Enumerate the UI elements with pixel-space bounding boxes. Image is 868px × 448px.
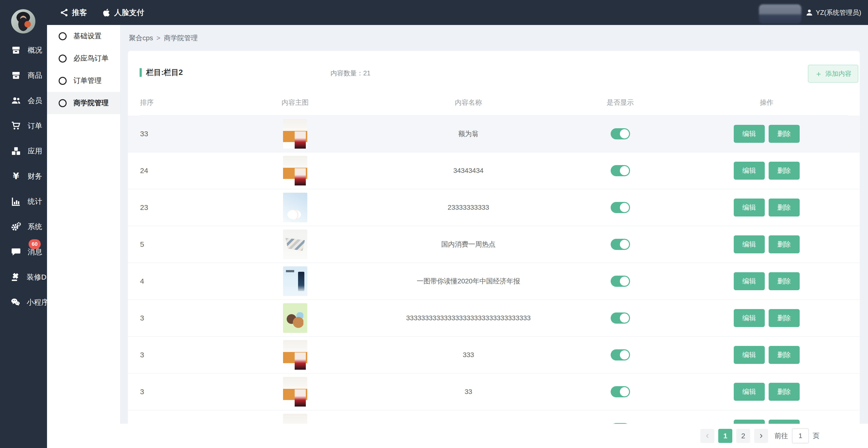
flower-photo-thumbnail xyxy=(283,193,307,222)
table-row: 23 23333333333 编辑 删除 xyxy=(128,189,860,226)
sidebar-item-商品[interactable]: 商品 xyxy=(0,63,47,88)
sidebar-item-财务[interactable]: ¥财务 xyxy=(0,163,47,189)
fashion-collage-thumbnail xyxy=(283,119,307,149)
sidebar-item-label: 订单 xyxy=(28,121,42,131)
submenu-item-label: 必应鸟订单 xyxy=(73,54,108,63)
diy-gavel-icon xyxy=(11,272,20,282)
finance-yen-icon: ¥ xyxy=(11,171,21,181)
user-label: YZ(系统管理员) xyxy=(816,8,861,17)
visibility-toggle[interactable] xyxy=(611,128,630,140)
submenu-item-商学院管理[interactable]: 商学院管理 xyxy=(47,92,120,114)
page-unit-label: 页 xyxy=(813,431,819,441)
goto-page-input[interactable] xyxy=(792,428,809,443)
visibility-toggle[interactable] xyxy=(611,312,630,324)
system-gears-icon xyxy=(11,222,21,232)
members-icon xyxy=(11,96,21,106)
apps-cubes-icon xyxy=(11,146,21,156)
title-accent-bar xyxy=(140,68,142,77)
sidebar-item-订单[interactable]: 订单 xyxy=(0,113,47,139)
edit-button[interactable]: 编辑 xyxy=(734,125,765,143)
sidebar-item-label: 系统 xyxy=(28,222,42,232)
card-header: 栏目:栏目2 内容数量：21 ＋ 添加内容 xyxy=(128,51,860,90)
column-header-操作: 操作 xyxy=(760,98,774,107)
table-row: 3 33 编辑 删除 xyxy=(128,374,860,411)
cartoon-snail-thumbnail xyxy=(283,303,307,333)
edit-button[interactable]: 编辑 xyxy=(734,199,765,216)
submenu-item-订单管理[interactable]: 订单管理 xyxy=(47,69,120,92)
breadcrumb-item: 商学院管理 xyxy=(164,33,198,43)
delete-button[interactable]: 删除 xyxy=(769,235,800,253)
delete-button[interactable]: 删除 xyxy=(769,383,800,401)
user-menu[interactable]: YZ(系统管理员) xyxy=(805,8,861,17)
column-header-内容名称: 内容名称 xyxy=(455,98,482,107)
page-button-1[interactable]: 1 xyxy=(718,429,732,443)
overview-box-icon xyxy=(11,45,21,55)
toggle-knob xyxy=(620,203,629,212)
delete-button[interactable]: 删除 xyxy=(769,162,800,180)
edit-button[interactable]: 编辑 xyxy=(734,309,765,327)
submenu-item-必应鸟订单[interactable]: 必应鸟订单 xyxy=(47,47,120,69)
content-card: 栏目:栏目2 内容数量：21 ＋ 添加内容 排序内容主图内容名称是否显示操作 3… xyxy=(128,51,860,448)
next-page-button[interactable]: › xyxy=(754,429,768,443)
sidebar: 概况商品会员订单应用¥财务统计系统消息60装修DIY小程序 xyxy=(0,0,47,448)
delete-button[interactable]: 删除 xyxy=(769,346,800,364)
toggle-knob xyxy=(620,129,629,139)
avatar[interactable] xyxy=(11,9,35,33)
page-button-2[interactable]: 2 xyxy=(736,429,750,443)
visibility-toggle[interactable] xyxy=(611,349,630,360)
visibility-toggle[interactable] xyxy=(611,165,630,176)
content-count-label: 内容数量： xyxy=(331,69,363,77)
row-sort-value: 4 xyxy=(140,277,209,285)
sidebar-item-小程序[interactable]: 小程序 xyxy=(0,290,47,315)
toggle-knob xyxy=(620,313,629,323)
topbar-menu: 推客人脸支付 xyxy=(60,0,144,25)
sidebar-item-消息[interactable]: 消息60 xyxy=(0,239,47,265)
sidebar-item-label: 商品 xyxy=(28,70,42,81)
share-icon xyxy=(60,8,69,17)
sidebar-item-应用[interactable]: 应用 xyxy=(0,139,47,163)
sidebar-item-装修DIY[interactable]: 装修DIY xyxy=(0,265,47,290)
submenu-item-label: 商学院管理 xyxy=(73,98,108,108)
row-sort-value: 3 xyxy=(140,388,209,396)
table-row: 4 一图带你读懂2020年中国经济年报 编辑 删除 xyxy=(128,263,860,300)
add-content-button[interactable]: ＋ 添加内容 xyxy=(808,65,858,83)
edit-button[interactable]: 编辑 xyxy=(734,162,765,180)
edit-button[interactable]: 编辑 xyxy=(734,235,765,253)
delete-button[interactable]: 删除 xyxy=(769,199,800,216)
delete-button[interactable]: 删除 xyxy=(769,272,800,290)
sidebar-item-label: 装修DIY xyxy=(27,272,53,282)
sidebar-item-概况[interactable]: 概况 xyxy=(0,37,47,63)
edit-button[interactable]: 编辑 xyxy=(734,346,765,364)
panel-title: 栏目:栏目2 xyxy=(140,67,183,78)
visibility-toggle[interactable] xyxy=(611,386,630,397)
pagination-footer: ‹12› 前往 页 xyxy=(120,424,868,448)
delete-button[interactable]: 删除 xyxy=(769,125,800,143)
goods-box-icon xyxy=(11,70,21,80)
submenu-item-label: 基础设置 xyxy=(73,31,101,41)
topbar-item-人脸支付[interactable]: 人脸支付 xyxy=(102,7,144,18)
row-content-name: 333333333333333333333333333333333 xyxy=(381,314,555,322)
visibility-toggle[interactable] xyxy=(611,239,630,250)
delete-button[interactable]: 删除 xyxy=(769,309,800,327)
sidebar-item-会员[interactable]: 会员 xyxy=(0,88,47,113)
edit-button[interactable]: 编辑 xyxy=(734,272,765,290)
visibility-toggle[interactable] xyxy=(611,276,630,287)
sidebar-item-系统[interactable]: 系统 xyxy=(0,214,47,239)
redacted-blur-area xyxy=(759,4,801,24)
topbar-item-推客[interactable]: 推客 xyxy=(60,7,87,18)
prev-page-button[interactable]: ‹ xyxy=(700,429,714,443)
sidebar-item-label: 概况 xyxy=(28,45,42,55)
breadcrumb-item[interactable]: 聚合cps xyxy=(129,33,153,43)
breadcrumb-separator: > xyxy=(157,34,160,42)
toggle-knob xyxy=(620,350,629,360)
visibility-toggle[interactable] xyxy=(611,202,630,213)
table-header: 排序内容主图内容名称是否显示操作 xyxy=(140,90,848,116)
edit-button[interactable]: 编辑 xyxy=(734,383,765,401)
sidebar-item-统计[interactable]: 统计 xyxy=(0,189,47,214)
orders-cart-icon xyxy=(11,121,21,131)
message-comment-icon xyxy=(11,247,21,257)
submenu-item-基础设置[interactable]: 基础设置 xyxy=(47,25,120,47)
content-area: 聚合cps>商学院管理 栏目:栏目2 内容数量：21 ＋ 添加内容 排序内容主图… xyxy=(120,25,868,448)
submenu: 基础设置必应鸟订单订单管理商学院管理 xyxy=(47,25,120,448)
column-header-是否显示: 是否显示 xyxy=(607,98,634,107)
